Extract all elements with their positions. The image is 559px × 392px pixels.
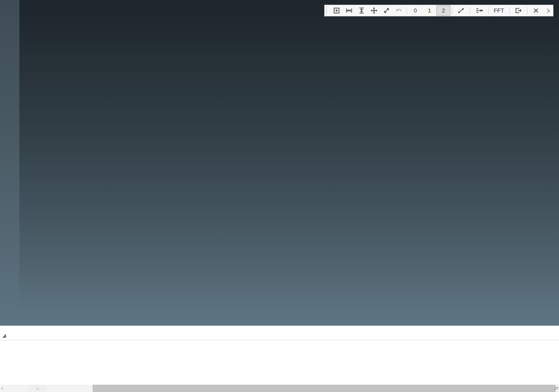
toolbar-separator (407, 7, 407, 15)
cursor-count-1-button[interactable]: 1 (422, 5, 437, 16)
scrollbar-thumb[interactable] (93, 385, 556, 392)
undo-button[interactable] (393, 5, 405, 16)
chart-toolbar: 0 1 2 FFT (324, 5, 553, 16)
toolbar-separator (452, 7, 452, 15)
scroll-left-button[interactable]: ← (29, 385, 47, 392)
toolbar-separator (469, 7, 470, 15)
chart-svg[interactable] (0, 0, 559, 326)
fit-vertical-icon (358, 7, 365, 14)
table-h-scrollbar[interactable]: ‹ ← ⇄ (0, 385, 559, 392)
sort-indicator-icon[interactable] (2, 334, 6, 338)
slope-icon (457, 7, 465, 14)
fit-horizontal-button[interactable] (343, 5, 355, 16)
waveform-chart-area[interactable]: 0 1 2 FFT (0, 0, 559, 326)
diagonal-arrows-icon (383, 7, 390, 14)
channel-list-button[interactable] (471, 5, 487, 16)
measurement-table (0, 326, 559, 385)
more-tools-button[interactable] (543, 5, 553, 16)
free-scale-button[interactable] (380, 5, 393, 16)
toolbar-drag-handle[interactable] (326, 6, 329, 15)
zoom-region-button[interactable] (330, 5, 343, 16)
toolbar-separator (527, 7, 528, 15)
scroll-resize-icon: ⇄ (554, 385, 558, 392)
zoom-region-icon (333, 7, 340, 14)
left-arrow-icon: ← (35, 385, 41, 391)
cursor-count-2-button[interactable]: 2 (436, 5, 450, 16)
cursor-count-0-button[interactable]: 0 (408, 5, 422, 16)
channel-list-icon (475, 7, 483, 14)
pan-move-icon (370, 7, 378, 14)
toolbar-separator (488, 7, 489, 15)
export-button[interactable] (511, 5, 526, 16)
chevron-right-icon (546, 8, 551, 14)
app-window: 0 1 2 FFT (0, 0, 559, 392)
fft-button[interactable]: FFT (490, 5, 508, 16)
scroll-corner-icon: ‹ (1, 385, 3, 392)
undo-icon (395, 7, 403, 14)
slope-tool-button[interactable] (453, 5, 469, 16)
export-icon (514, 7, 522, 14)
fit-horizontal-icon (345, 7, 353, 14)
fit-vertical-button[interactable] (355, 5, 368, 16)
toolbar-separator (509, 7, 509, 15)
pan-button[interactable] (368, 5, 380, 16)
close-icon (533, 7, 539, 14)
table-header-row (0, 326, 559, 340)
close-button[interactable] (529, 5, 544, 16)
